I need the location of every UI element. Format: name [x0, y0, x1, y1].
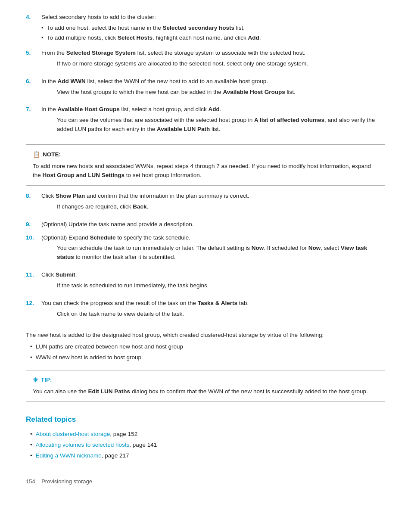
step-11-indent: If the task is scheduled to run immediat…	[57, 281, 385, 290]
tip-box: ☀ TIP: You can also use the Edit LUN Pat…	[26, 370, 385, 402]
related-topic-2: Allocating volumes to selected hosts, pa…	[30, 441, 385, 450]
bullet-2: WWN of new host is added to host group	[30, 353, 385, 362]
tip-text: You can also use the Edit LUN Paths dial…	[33, 387, 378, 396]
step-12-indent: Click on the task name to view details o…	[57, 310, 385, 319]
note-text: To add more new hosts and associated WWN…	[33, 162, 378, 180]
steps-list-1: 4. Select secondary hosts to add to the …	[26, 13, 385, 138]
tip-icon: ☀	[33, 376, 38, 385]
step-4: 4. Select secondary hosts to add to the …	[26, 13, 385, 44]
step-10: 10. (Optional) Expand Schedule to specif…	[26, 233, 385, 267]
related-link-3[interactable]: Editing a WWN nickname	[36, 451, 102, 460]
step-5-indent: If two or more storage systems are alloc…	[57, 59, 385, 68]
footer-section: Provisioning storage	[41, 478, 92, 485]
note-icon: 📋	[33, 150, 40, 159]
footer-page-num: 154	[26, 478, 35, 485]
step-8-num: 8.	[26, 192, 41, 216]
step-6: 6. In the Add WWN list, select the WWN o…	[26, 77, 385, 101]
step-11: 11. Click Submit. If the task is schedul…	[26, 271, 385, 295]
step-4-content: Select secondary hosts to add to the clu…	[41, 13, 385, 44]
step-8-indent: If changes are required, click Back.	[57, 202, 385, 212]
note-box: 📋 NOTE: To add more new hosts and associ…	[26, 144, 385, 186]
summary-text: The new host is added to the designated …	[26, 331, 385, 340]
step-8: 8. Click Show Plan and confirm that the …	[26, 192, 385, 216]
related-topic-1: About clustered-host storage, page 152	[30, 430, 385, 439]
step-4-sublist: To add one host, select the host name in…	[41, 24, 385, 43]
step-5-num: 5.	[26, 49, 41, 73]
step-12: 12. You can check the progress and the r…	[26, 299, 385, 323]
step-10-indent: You can schedule the task to run immedia…	[57, 244, 385, 262]
step-12-num: 12.	[26, 299, 41, 323]
step-4-sub-2: To add multiple hosts, click Select Host…	[41, 34, 385, 43]
related-topics-list: About clustered-host storage, page 152 A…	[30, 430, 385, 460]
bullet-1: LUN paths are created between new host a…	[30, 342, 385, 352]
step-6-content: In the Add WWN list, select the WWN of t…	[41, 77, 385, 101]
related-link-2[interactable]: Allocating volumes to selected hosts	[36, 441, 130, 450]
step-5: 5. From the Selected Storage System list…	[26, 49, 385, 73]
summary-bullets: LUN paths are created between new host a…	[30, 342, 385, 362]
step-9-num: 9.	[26, 220, 41, 229]
step-10-content: (Optional) Expand Schedule to specify th…	[41, 233, 385, 267]
step-11-content: Click Submit. If the task is scheduled t…	[41, 271, 385, 295]
step-7-num: 7.	[26, 105, 41, 138]
related-link-1[interactable]: About clustered-host storage	[36, 430, 110, 439]
step-8-content: Click Show Plan and confirm that the inf…	[41, 192, 385, 216]
related-topic-3: Editing a WWN nickname, page 217	[30, 451, 385, 460]
step-4-num: 4.	[26, 13, 41, 44]
note-label: 📋 NOTE:	[33, 150, 378, 159]
tip-label: ☀ TIP:	[33, 376, 378, 385]
step-7-content: In the Available Host Groups list, selec…	[41, 105, 385, 138]
step-7: 7. In the Available Host Groups list, se…	[26, 105, 385, 138]
step-6-indent: View the host groups to which the new ho…	[57, 88, 385, 97]
related-topics-heading: Related topics	[26, 414, 385, 425]
step-4-sub-1: To add one host, select the host name in…	[41, 24, 385, 33]
step-11-num: 11.	[26, 271, 41, 295]
step-7-indent: You can see the volumes that are associa…	[57, 116, 385, 134]
step-9-content: (Optional) Update the task name and prov…	[41, 220, 385, 229]
summary-block: The new host is added to the designated …	[26, 331, 385, 362]
step-4-text: Select secondary hosts to add to the clu…	[41, 14, 156, 20]
step-12-content: You can check the progress and the resul…	[41, 299, 385, 323]
step-10-num: 10.	[26, 233, 41, 267]
step-5-content: From the Selected Storage System list, s…	[41, 49, 385, 73]
step-6-num: 6.	[26, 77, 41, 101]
step-9: 9. (Optional) Update the task name and p…	[26, 220, 385, 229]
steps-list-2: 8. Click Show Plan and confirm that the …	[26, 192, 385, 323]
footer: 154 Provisioning storage	[26, 477, 385, 486]
